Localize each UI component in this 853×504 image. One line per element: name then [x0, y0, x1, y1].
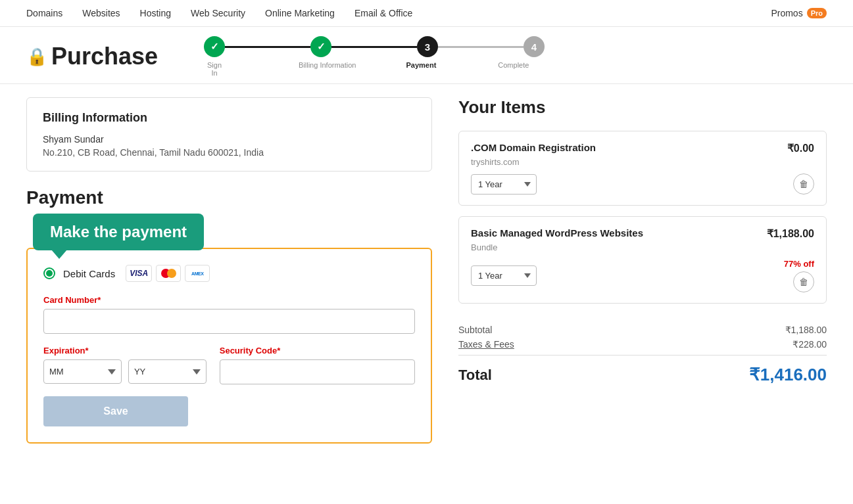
subtotal-label: Subtotal — [458, 325, 492, 335]
item-1-name: Basic Managed WordPress Websites — [471, 227, 643, 239]
expiry-label: Expiration* — [43, 346, 207, 355]
line1 — [225, 46, 310, 48]
item-0-period-select[interactable]: 1 Year — [471, 174, 537, 195]
item-1-subtitle: Bundle — [471, 242, 814, 252]
nav-web-security[interactable]: Web Security — [191, 8, 245, 18]
nav-domains[interactable]: Domains — [26, 8, 62, 18]
step3-circle: 3 — [417, 36, 438, 57]
your-items-title: Your Items — [458, 97, 827, 118]
label-sign-in: Sign In — [204, 61, 225, 77]
expiry-year-select[interactable]: YY — [128, 359, 207, 384]
order-item-1: Basic Managed WordPress Websites ₹1,188.… — [458, 216, 827, 304]
label-complete: Complete — [498, 61, 529, 69]
left-panel: Billing Information Shyam Sundar No.210,… — [26, 97, 432, 444]
mastercard-logo — [156, 265, 181, 282]
taxes-fees-row: Taxes & Fees ₹228.00 — [458, 339, 827, 350]
tooltip-arrow — [51, 250, 67, 259]
step1-circle: ✓ — [204, 36, 225, 57]
debit-label: Debit Cards — [63, 268, 115, 279]
visa-logo: VISA — [126, 265, 152, 282]
item-0-price: ₹0.00 — [787, 142, 814, 154]
debit-cards-row: Debit Cards VISA AMEX — [43, 265, 415, 282]
save-button[interactable]: Save — [43, 396, 188, 426]
tooltip-text: Make the payment — [50, 223, 187, 241]
item-0-delete-button[interactable]: 🗑 — [793, 173, 814, 195]
taxes-fees-value: ₹228.00 — [792, 339, 827, 350]
order-totals: Subtotal ₹1,188.00 Taxes & Fees ₹228.00 … — [458, 314, 827, 385]
card-number-field: Card Number* — [43, 295, 415, 334]
total-value: ₹1,416.00 — [749, 365, 827, 385]
top-nav: Domains Websites Hosting Web Security On… — [0, 0, 853, 27]
main-content: Billing Information Shyam Sundar No.210,… — [0, 84, 853, 457]
item-1-price: ₹1,188.00 — [767, 227, 814, 240]
expiry-month-select[interactable]: MM — [43, 359, 122, 384]
line2 — [331, 46, 417, 48]
step4-circle: 4 — [524, 36, 545, 57]
card-logos: VISA AMEX — [126, 265, 210, 282]
total-row: Total ₹1,416.00 — [458, 355, 827, 385]
purchase-title: 🔒 Purchase — [26, 43, 171, 70]
nav-online-marketing[interactable]: Online Marketing — [265, 8, 335, 18]
page-header: 🔒 Purchase ✓ ✓ 3 4 Sign In Billing Infor… — [0, 27, 853, 84]
radio-inner — [46, 270, 53, 277]
security-code-group: Security Code* — [220, 346, 415, 384]
subtotal-value: ₹1,188.00 — [785, 325, 827, 335]
expiry-group: Expiration* MM YY — [43, 346, 207, 384]
billing-info-box: Billing Information Shyam Sundar No.210,… — [26, 97, 432, 172]
item-1-delete-button[interactable]: 🗑 — [793, 271, 814, 292]
taxes-fees-label[interactable]: Taxes & Fees — [458, 339, 514, 350]
expiry-selects: MM YY — [43, 359, 207, 384]
nav-hosting[interactable]: Hosting — [140, 8, 171, 18]
tooltip-box: Make the payment — [33, 214, 204, 250]
nav-email-office[interactable]: Email & Office — [354, 8, 412, 18]
label-billing: Billing Information — [299, 61, 356, 69]
billing-address: No.210, CB Road, Chennai, Tamil Nadu 600… — [43, 147, 416, 158]
promos-label: Promos — [771, 8, 802, 18]
item-1-discount: 77% off — [784, 259, 814, 269]
line3 — [438, 46, 524, 48]
payment-form-box: Debit Cards VISA AMEX — [26, 248, 432, 444]
nav-websites[interactable]: Websites — [82, 8, 120, 18]
security-code-input[interactable] — [220, 359, 415, 384]
debit-radio[interactable] — [43, 267, 55, 279]
subtotal-row: Subtotal ₹1,188.00 — [458, 325, 827, 335]
billing-name: Shyam Sundar — [43, 134, 416, 145]
right-panel: Your Items .COM Domain Registration ₹0.0… — [458, 97, 827, 444]
promos-button[interactable]: Promos Pro — [771, 8, 827, 18]
amex-logo: AMEX — [185, 265, 210, 282]
item-1-period-select[interactable]: 1 Year — [471, 265, 537, 286]
security-code-label: Security Code* — [220, 346, 415, 355]
card-number-input[interactable] — [43, 309, 415, 334]
pro-badge: Pro — [807, 8, 827, 18]
payment-section-title: Payment — [26, 187, 432, 208]
progress-steps-wrap: ✓ ✓ 3 4 Sign In Billing Information Paym… — [204, 36, 545, 77]
lock-icon2: 🔒 — [26, 47, 47, 67]
steps-circles: ✓ ✓ 3 4 — [204, 36, 545, 57]
step2-circle: ✓ — [310, 36, 331, 57]
expiry-security-row: Expiration* MM YY Security Code* — [43, 346, 415, 384]
billing-info-title: Billing Information — [43, 111, 416, 125]
item-0-subtitle: tryshirts.com — [471, 157, 814, 167]
item-0-name: .COM Domain Registration — [471, 142, 596, 153]
total-label: Total — [458, 367, 492, 384]
steps-labels: Sign In Billing Information Payment Comp… — [204, 61, 545, 77]
order-item-0: .COM Domain Registration ₹0.00 tryshirts… — [458, 131, 827, 206]
label-payment: Payment — [406, 61, 436, 69]
card-number-label: Card Number* — [43, 295, 415, 305]
purchase-label: Purchase — [51, 43, 158, 70]
